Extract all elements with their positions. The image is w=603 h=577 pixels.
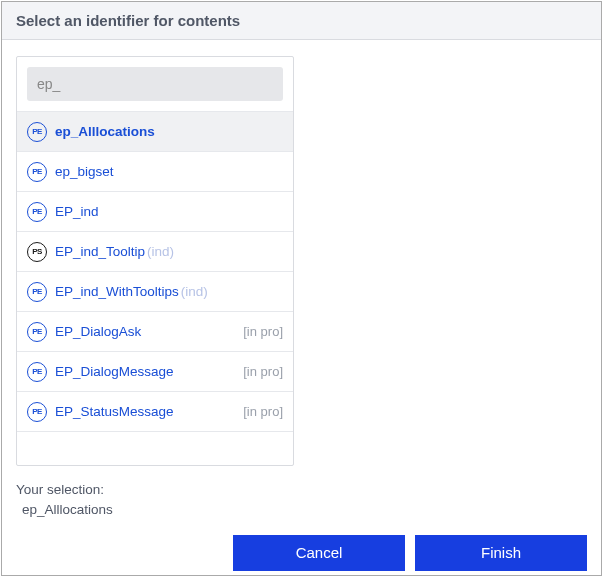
pe-icon: PE: [27, 202, 47, 222]
icon-text: PE: [32, 207, 42, 216]
dialog-footer: Cancel Finish: [2, 521, 601, 578]
list-filler: [17, 431, 293, 465]
identifier-panel: PEep_AlllocationsPEep_bigsetPEEP_indPSEP…: [16, 56, 294, 466]
item-badge: [in pro]: [243, 404, 283, 419]
item-label: ep_Alllocations: [55, 124, 155, 139]
pe-icon: PE: [27, 322, 47, 342]
item-label: EP_DialogAsk: [55, 324, 141, 339]
finish-button[interactable]: Finish: [415, 535, 587, 571]
list-item[interactable]: PEep_bigset: [17, 151, 293, 191]
item-label: EP_ind_WithTooltips: [55, 284, 179, 299]
icon-text: PE: [32, 167, 42, 176]
list-item[interactable]: PSEP_ind_Tooltip(ind): [17, 231, 293, 271]
item-label: EP_ind_Tooltip: [55, 244, 145, 259]
icon-text: PE: [32, 367, 42, 376]
selection-label: Your selection:: [16, 480, 587, 500]
cancel-button[interactable]: Cancel: [233, 535, 405, 571]
list-item[interactable]: PEEP_ind_WithTooltips(ind): [17, 271, 293, 311]
item-label: EP_ind: [55, 204, 99, 219]
dialog-title: Select an identifier for contents: [2, 2, 601, 40]
item-suffix: (ind): [147, 244, 174, 259]
list-item[interactable]: PEEP_StatusMessage[in pro]: [17, 391, 293, 431]
item-badge: [in pro]: [243, 324, 283, 339]
ps-icon: PS: [27, 242, 47, 262]
item-badge: [in pro]: [243, 364, 283, 379]
selection-block: Your selection: ep_Alllocations: [16, 480, 587, 521]
selection-value: ep_Alllocations: [22, 500, 587, 520]
search-wrap: [17, 57, 293, 111]
item-suffix: (ind): [181, 284, 208, 299]
icon-text: PE: [32, 407, 42, 416]
icon-text: PS: [32, 247, 42, 256]
item-label: EP_DialogMessage: [55, 364, 174, 379]
pe-icon: PE: [27, 162, 47, 182]
search-input[interactable]: [27, 67, 283, 101]
list-item[interactable]: PEEP_ind: [17, 191, 293, 231]
pe-icon: PE: [27, 402, 47, 422]
pe-icon: PE: [27, 282, 47, 302]
item-label: EP_StatusMessage: [55, 404, 174, 419]
list-item[interactable]: PEEP_DialogMessage[in pro]: [17, 351, 293, 391]
list-item[interactable]: PEEP_DialogAsk[in pro]: [17, 311, 293, 351]
dialog-body: PEep_AlllocationsPEep_bigsetPEEP_indPSEP…: [2, 40, 601, 521]
list-item[interactable]: PEep_Alllocations: [17, 111, 293, 151]
pe-icon: PE: [27, 122, 47, 142]
identifier-list: PEep_AlllocationsPEep_bigsetPEEP_indPSEP…: [17, 111, 293, 431]
pe-icon: PE: [27, 362, 47, 382]
item-label: ep_bigset: [55, 164, 114, 179]
icon-text: PE: [32, 287, 42, 296]
icon-text: PE: [32, 327, 42, 336]
icon-text: PE: [32, 127, 42, 136]
dialog: Select an identifier for contents PEep_A…: [1, 1, 602, 576]
